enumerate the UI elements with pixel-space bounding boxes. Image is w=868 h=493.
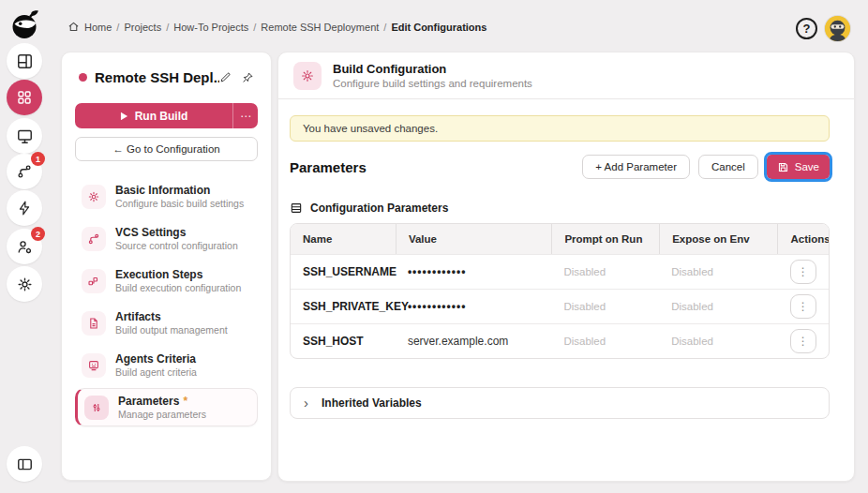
config-section-nav: Basic Information Configure basic build … bbox=[75, 177, 258, 426]
play-icon bbox=[120, 112, 128, 121]
gear-icon bbox=[82, 185, 106, 209]
param-name: SSH_HOST bbox=[291, 335, 396, 348]
prompt-on-run-status: Disabled bbox=[551, 301, 659, 312]
nav-item-subtitle: Configure basic build settings bbox=[115, 198, 244, 209]
help-glyph: ? bbox=[803, 22, 811, 36]
row-actions-button[interactable]: ⋮ bbox=[790, 260, 816, 284]
configuration-parameters-label: Configuration Parameters bbox=[290, 202, 830, 215]
row-actions-button[interactable]: ⋮ bbox=[790, 329, 816, 353]
home-icon bbox=[67, 21, 80, 33]
cancel-button[interactable]: Cancel bbox=[698, 155, 758, 179]
param-name: SSH_USERNAME bbox=[291, 265, 396, 278]
dashboard-layout-icon bbox=[16, 52, 34, 70]
project-title: Remote SSH Depl... bbox=[95, 69, 219, 85]
col-header-actions: Actions bbox=[777, 224, 829, 254]
add-parameter-button[interactable]: + Add Parameter bbox=[582, 155, 690, 179]
rail-projects-button-active[interactable] bbox=[7, 80, 42, 115]
col-header-prompt: Prompt on Run bbox=[551, 224, 659, 254]
save-button[interactable]: Save bbox=[767, 155, 830, 179]
banner-text: You have unsaved changes. bbox=[303, 123, 438, 134]
configuration-parameters-text: Configuration Parameters bbox=[310, 202, 448, 215]
vcs-notification-badge: 1 bbox=[31, 152, 45, 166]
app-logo-ninja-icon[interactable] bbox=[7, 7, 42, 42]
edit-project-button[interactable] bbox=[219, 71, 232, 83]
run-build-more-button[interactable]: ⋯ bbox=[232, 103, 258, 128]
table-header-row: Name Value Prompt on Run Expose on Env A… bbox=[291, 224, 829, 254]
nav-item-subtitle: Build output management bbox=[115, 324, 228, 336]
nav-item-agents-criteria[interactable]: Agents Criteria Build agent criteria bbox=[75, 346, 258, 384]
rail-collapse-button[interactable] bbox=[7, 446, 42, 482]
nav-item-title: Execution Steps bbox=[115, 268, 241, 281]
left-icon-rail: 1 2 bbox=[0, 0, 49, 493]
breadcrumb-projects[interactable]: Projects bbox=[124, 22, 161, 33]
agent-face-icon bbox=[82, 353, 106, 378]
parameters-heading: Parameters bbox=[290, 159, 582, 175]
pin-project-button[interactable] bbox=[241, 71, 254, 84]
git-branch-icon bbox=[16, 163, 33, 180]
app-window: 1 2 bbox=[0, 0, 868, 493]
file-icon bbox=[82, 311, 106, 336]
user-gear-icon bbox=[16, 238, 34, 256]
nav-item-vcs-settings[interactable]: VCS Settings Source control configuratio… bbox=[75, 219, 258, 258]
monitor-icon bbox=[16, 127, 34, 145]
col-header-expose: Expose on Env bbox=[659, 224, 777, 254]
rail-vcs-button[interactable]: 1 bbox=[7, 154, 42, 189]
nav-item-title: Artifacts bbox=[115, 310, 228, 323]
inherited-variables-expander[interactable]: › Inherited Variables bbox=[290, 387, 830, 419]
page-title: Build Configuration bbox=[333, 62, 532, 76]
nav-item-title: Parameters bbox=[118, 395, 179, 408]
breadcrumb-separator: / bbox=[383, 22, 386, 33]
nav-item-subtitle: Source control configuration bbox=[115, 240, 238, 251]
param-value: server.example.com bbox=[396, 335, 551, 348]
parameters-toolbar: Parameters + Add Parameter Cancel Save bbox=[290, 155, 830, 179]
rail-agents-monitor-button[interactable] bbox=[7, 118, 42, 154]
rail-settings-button[interactable] bbox=[7, 266, 42, 302]
breadcrumb-howto-projects[interactable]: How-To Projects bbox=[173, 22, 248, 33]
steps-blocks-icon bbox=[82, 269, 106, 293]
expose-on-env-status: Disabled bbox=[659, 336, 777, 347]
breadcrumb: Home / Projects / How-To Projects / Remo… bbox=[67, 21, 486, 33]
breadcrumb-remote-ssh[interactable]: Remote SSH Deployment bbox=[261, 22, 379, 33]
rail-triggers-button[interactable] bbox=[7, 190, 42, 226]
prompt-on-run-status: Disabled bbox=[551, 336, 659, 347]
table-row: SSH_USERNAME •••••••••••• Disabled Disab… bbox=[291, 254, 829, 289]
run-build-button[interactable]: Run Build ⋯ bbox=[75, 103, 258, 128]
breadcrumb-home[interactable]: Home bbox=[84, 22, 112, 33]
users-notification-badge: 2 bbox=[31, 227, 45, 241]
table-row: SSH_PRIVATE_KEY •••••••••••• Disabled Di… bbox=[291, 289, 829, 323]
page-subtitle: Configure build settings and requirement… bbox=[333, 78, 532, 89]
project-sidebar: Remote SSH Depl... bbox=[61, 52, 272, 481]
row-actions-button[interactable]: ⋮ bbox=[790, 294, 816, 319]
param-value-masked: •••••••••••• bbox=[396, 265, 551, 278]
rail-users-button[interactable]: 2 bbox=[7, 229, 42, 264]
pin-icon bbox=[241, 71, 254, 84]
breadcrumb-separator: / bbox=[116, 22, 119, 33]
run-build-label: Run Build bbox=[135, 110, 188, 123]
col-header-value: Value bbox=[396, 224, 551, 254]
nav-item-basic-information[interactable]: Basic Information Configure basic build … bbox=[75, 177, 258, 216]
save-label: Save bbox=[795, 161, 819, 172]
nav-item-title: Basic Information bbox=[115, 184, 244, 197]
table-list-icon bbox=[290, 202, 303, 215]
go-to-configuration-label: ← Go to Configuration bbox=[112, 143, 219, 155]
git-branch-icon bbox=[82, 227, 106, 251]
chevron-right-icon: › bbox=[304, 396, 308, 410]
go-to-configuration-button[interactable]: ← Go to Configuration bbox=[75, 137, 258, 161]
nav-item-subtitle: Build agent criteria bbox=[115, 366, 197, 378]
user-avatar[interactable] bbox=[825, 16, 850, 41]
main-header: Build Configuration Configure build sett… bbox=[278, 52, 854, 99]
rail-dashboard-button[interactable] bbox=[7, 43, 42, 79]
kebab-menu-icon: ⋮ bbox=[798, 265, 809, 278]
nav-item-subtitle: Manage parameters bbox=[118, 409, 206, 420]
save-button-focus-ring: Save bbox=[767, 155, 830, 179]
expose-on-env-status: Disabled bbox=[659, 266, 777, 277]
build-config-gear-icon bbox=[293, 62, 322, 90]
nav-item-parameters-selected[interactable]: Parameters* Manage parameters bbox=[75, 388, 258, 426]
nav-item-execution-steps[interactable]: Execution Steps Build execution configur… bbox=[75, 261, 258, 300]
breadcrumb-edit-configurations: Edit Configurations bbox=[391, 22, 486, 33]
help-button[interactable]: ? bbox=[796, 18, 817, 39]
gear-icon bbox=[16, 276, 34, 293]
nav-item-artifacts[interactable]: Artifacts Build output management bbox=[75, 304, 258, 342]
prompt-on-run-status: Disabled bbox=[551, 266, 659, 277]
nav-item-title: VCS Settings bbox=[115, 226, 238, 239]
